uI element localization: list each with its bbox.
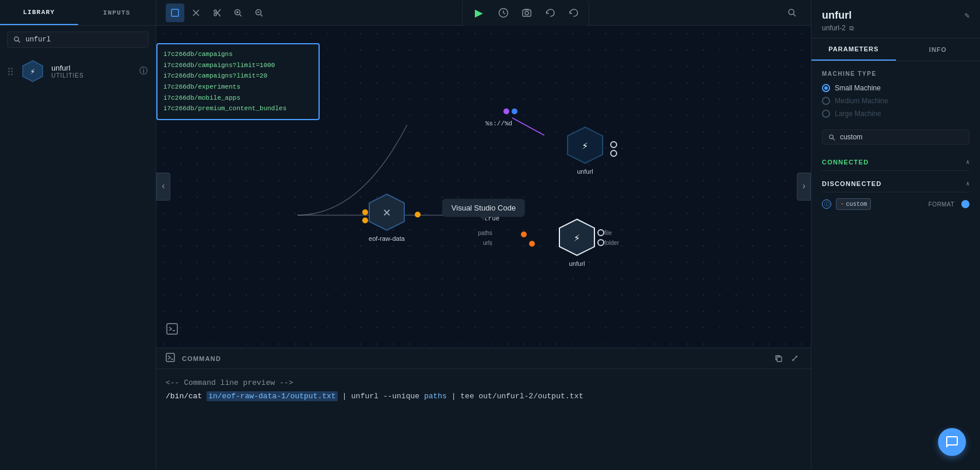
url-list-node: i7c266db/campaigns i7c266db/campaigns?li… [156,43,320,120]
vscode-tooltip: Visual Studio Code [442,199,525,217]
disconnected-section-header[interactable]: DISCONNECTED ∧ [822,176,970,192]
zoom-out-button[interactable] [250,3,268,22]
right-panel-header: unfurl ✎ unfurl-2 ⧉ [811,0,980,38]
svg-line-9 [216,12,220,16]
play-button[interactable]: ▶ [468,2,489,23]
disconnected-item-custom: ⓘ - custom FORMAT [822,192,970,216]
url-line-5: i7c266db/mobile_apps [163,93,313,104]
svg-point-29 [611,150,617,156]
radio-large-machine[interactable]: Large Machine [822,110,970,118]
svg-rect-19 [523,10,531,16]
cut-tool-button[interactable] [187,3,205,22]
url-line-1: i7c266db/campaigns [163,49,313,60]
custom-search-icon [828,134,835,141]
svg-line-51 [793,356,797,360]
custom-search-input[interactable] [840,133,963,141]
eof-raw-data-label: eof-raw-data [369,235,405,242]
radio-medium-machine[interactable]: Medium Machine [822,97,970,105]
bottom-panel: COMMAND <-- Comm [156,348,811,470]
svg-line-1 [18,41,20,43]
connected-section-title: CONNECTED [822,159,869,166]
toggle-dot[interactable] [961,200,970,208]
search-button[interactable] [783,3,802,22]
node-unfurl-bottom[interactable]: ⚡ unfurl [556,217,597,267]
item-category: UTILITIES [51,72,132,79]
svg-text:file: file [604,230,612,236]
radio-large-label: Large Machine [835,110,881,118]
url-line-6: i7c266db/premium_content_bundles [163,103,313,114]
svg-point-21 [789,9,794,15]
panel-icon-buttons [771,352,802,366]
terminal-icon[interactable] [166,322,178,338]
expand-panel-button[interactable] [788,352,802,366]
panel-terminal-icon [166,353,175,364]
node-eof-raw-data[interactable]: ✕ eof-raw-data [366,192,407,242]
svg-text:⚡: ⚡ [582,141,589,152]
scissors-tool-button[interactable] [208,3,226,22]
radio-small-machine[interactable]: Small Machine [822,84,970,92]
svg-line-53 [832,138,835,140]
svg-point-27 [415,212,421,218]
select-tool-button[interactable] [166,3,184,22]
search-input[interactable] [26,36,142,44]
copy-command-button[interactable] [771,352,785,366]
search-box [7,31,149,48]
nav-arrow-right[interactable]: › [797,173,811,201]
svg-point-34 [598,230,604,236]
main-area: ▶ [156,0,811,470]
item-icon-hex: ⚡ [21,59,44,83]
minus-icon: - [840,200,844,208]
bottom-panel-header: COMMAND [156,348,811,369]
library-item-unfurl[interactable]: ⚡ unfurl UTILITIES ⓘ [0,54,156,89]
svg-point-24 [512,108,517,114]
radio-small-circle [822,84,830,92]
timer-button[interactable] [494,3,513,22]
history-button[interactable] [564,3,583,22]
tab-info[interactable]: INFO [896,38,981,61]
svg-point-33 [529,241,535,247]
custom-search-row [822,129,970,145]
undo-button[interactable] [541,3,559,22]
svg-text:⚡: ⚡ [30,67,35,76]
item-info-button[interactable]: ⓘ [139,66,148,76]
edit-icon[interactable]: ✎ [965,10,970,20]
connected-section-header[interactable]: CONNECTED ∧ [822,154,970,171]
svg-point-7 [214,10,216,12]
right-panel-tabs: PARAMETERS INFO [811,38,980,61]
nav-arrow-left[interactable]: ‹ [156,173,170,201]
radio-large-circle [822,110,830,118]
disc-item-badge: - custom [836,198,871,210]
svg-point-20 [525,11,528,15]
svg-rect-4 [172,9,178,16]
zoom-in-button[interactable] [229,3,247,22]
svg-line-16 [261,14,263,16]
svg-point-52 [830,135,833,138]
svg-point-32 [521,232,527,237]
svg-text:folder: folder [604,240,620,246]
right-panel-subtitle: unfurl-2 ⧉ [822,24,970,32]
canvas-area[interactable]: file folder paths urls i7c266db/campaign… [156,26,811,348]
copy-subtitle-icon[interactable]: ⧉ [849,24,854,32]
svg-text:paths: paths [478,230,492,236]
machine-type-radio-group: Small Machine Medium Machine Large Machi… [822,84,970,118]
item-name: unfurl [51,64,132,72]
disconnected-section: DISCONNECTED ∧ ⓘ - custom FORMAT [822,176,970,216]
svg-text:⚡: ⚡ [574,233,580,244]
tab-parameters[interactable]: PARAMETERS [811,38,896,61]
tab-library[interactable]: LIBRARY [0,0,78,25]
svg-line-10 [216,9,220,14]
node-unfurl-top[interactable]: ⚡ unfurl [565,125,606,175]
chat-button[interactable] [938,428,966,456]
right-panel-subtitle-text: unfurl-2 [822,24,846,32]
snapshot-button[interactable] [517,3,536,22]
disc-item-badge-text: custom [846,201,867,208]
right-panel: unfurl ✎ unfurl-2 ⧉ PARAMETERS INFO MACH… [811,0,980,470]
disc-item-info-icon: ⓘ [822,199,831,209]
disconnected-section-title: DISCONNECTED [822,180,881,187]
unfurl-bottom-label: unfurl [569,260,585,267]
svg-point-35 [598,240,604,245]
sidebar-tabs: LIBRARY INPUTS [0,0,156,26]
command-content: <-- Command line preview --> /bin/cat in… [156,369,811,411]
tab-inputs[interactable]: INPUTS [78,0,156,25]
right-panel-body: MACHINE TYPE Small Machine Medium Machin… [811,61,980,470]
